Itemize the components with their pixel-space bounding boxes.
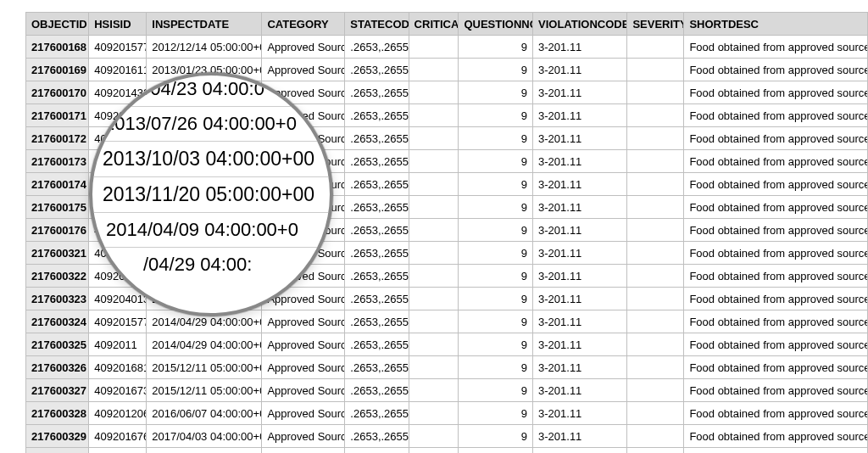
table-row[interactable]: 21760032440920157762014/04/29 04:00:00+0… bbox=[26, 310, 868, 333]
cell-critical[interactable] bbox=[409, 219, 459, 242]
cell-critical[interactable] bbox=[409, 402, 459, 425]
cell-statecode[interactable]: .2653,.2655 bbox=[345, 265, 409, 288]
cell-questionno[interactable]: 9 bbox=[459, 173, 533, 196]
cell-inspectdate[interactable]: 2014/04/29 04:00:00+00 bbox=[147, 288, 262, 310]
cell-questionno[interactable]: 9 bbox=[459, 425, 533, 448]
cell-violationcode[interactable]: 3-201.11 bbox=[533, 36, 627, 59]
cell-questionno[interactable]: 9 bbox=[459, 310, 533, 333]
cell-questionno[interactable]: 9 bbox=[459, 265, 533, 288]
cell-objectid[interactable]: 217600173 bbox=[26, 150, 89, 173]
cell-objectid[interactable]: 217600170 bbox=[26, 81, 89, 104]
cell-objectid[interactable]: 217600327 bbox=[26, 379, 89, 402]
cell-severity[interactable] bbox=[627, 81, 684, 104]
cell-hsisid[interactable]: 4092015776 bbox=[89, 310, 147, 333]
cell-category[interactable]: Approved Source bbox=[262, 81, 345, 104]
cell-questionno[interactable]: 9 bbox=[459, 81, 533, 104]
cell-shortdesc[interactable]: Food obtained from approved source bbox=[684, 36, 868, 59]
cell-questionno[interactable]: 9 bbox=[459, 150, 533, 173]
cell-objectid[interactable]: 217600168 bbox=[26, 36, 89, 59]
cell-inspectdate[interactable]: 2015/12/11 05:00:00+00 bbox=[147, 379, 262, 402]
cell-statecode[interactable]: .2653,.2655 bbox=[345, 402, 409, 425]
cell-severity[interactable] bbox=[627, 402, 684, 425]
cell-shortdesc[interactable]: Food obtained from approved source bbox=[684, 150, 868, 173]
cell-violationcode[interactable]: 3-201.11 bbox=[533, 448, 627, 454]
cell-statecode[interactable]: .2653,.2655 bbox=[345, 36, 409, 59]
cell-violationcode[interactable]: 3-201.11 bbox=[533, 333, 627, 356]
cell-inspectdate[interactable]: 2014/04/09 04:00:00+00 bbox=[147, 242, 262, 265]
cell-violationcode[interactable]: 3-201.11 bbox=[533, 196, 627, 219]
cell-shortdesc[interactable]: Food obtained from approved source bbox=[684, 333, 868, 356]
cell-inspectdate[interactable]: 2013/04/23 04:00:00+00 bbox=[147, 127, 262, 150]
cell-inspectdate[interactable]: 2013/10/03 04:00:00+00 bbox=[147, 173, 262, 196]
table-row[interactable]: 21760016840920157762012/12/14 05:00:00+0… bbox=[26, 36, 868, 59]
cell-critical[interactable] bbox=[409, 379, 459, 402]
cell-statecode[interactable]: .2653,.2655 bbox=[345, 196, 409, 219]
cell-hsisid[interactable]: 4092016813 bbox=[89, 356, 147, 379]
cell-objectid[interactable]: 217600175 bbox=[26, 196, 89, 219]
cell-hsisid[interactable]: 4092016116 bbox=[89, 150, 147, 173]
table-row[interactable]: 21760032540920112014/04/29 04:00:00+00Ap… bbox=[26, 333, 868, 356]
cell-critical[interactable] bbox=[409, 242, 459, 265]
table-row[interactable]: 21760032340920401372014/04/29 04:00:00+0… bbox=[26, 288, 868, 310]
cell-violationcode[interactable]: 3-201.11 bbox=[533, 59, 627, 81]
cell-shortdesc[interactable]: Food obtained from approved source bbox=[684, 81, 868, 104]
cell-inspectdate[interactable]: 2013/01/23 05:00:00+00 bbox=[147, 59, 262, 81]
cell-critical[interactable] bbox=[409, 448, 459, 454]
col-questionno[interactable]: QUESTIONNO bbox=[459, 13, 533, 36]
cell-violationcode[interactable]: 3-201.11 bbox=[533, 150, 627, 173]
cell-violationcode[interactable]: 3-201.11 bbox=[533, 127, 627, 150]
cell-violationcode[interactable]: 3-201.11 bbox=[533, 173, 627, 196]
cell-questionno[interactable]: 9 bbox=[459, 288, 533, 310]
cell-hsisid[interactable]: 4092015776 bbox=[89, 127, 147, 150]
col-inspectdate[interactable]: INSPECTDATE bbox=[147, 13, 262, 36]
cell-questionno[interactable]: 9 bbox=[459, 402, 533, 425]
cell-critical[interactable] bbox=[409, 104, 459, 127]
cell-inspectdate[interactable]: 2015/12/11 05:00:00+00 bbox=[147, 356, 262, 379]
cell-violationcode[interactable]: 3-201.11 bbox=[533, 402, 627, 425]
cell-severity[interactable] bbox=[627, 356, 684, 379]
cell-severity[interactable] bbox=[627, 425, 684, 448]
cell-category[interactable]: Approved Source bbox=[262, 310, 345, 333]
cell-hsisid[interactable]: 4092014324 bbox=[89, 81, 147, 104]
cell-severity[interactable] bbox=[627, 333, 684, 356]
cell-hsisid[interactable]: 4092014324 bbox=[89, 173, 147, 196]
cell-violationcode[interactable]: 3-201.11 bbox=[533, 356, 627, 379]
table-row[interactable]: 21760033040923002802017/04/20 04:00:00+0… bbox=[26, 448, 868, 454]
cell-severity[interactable] bbox=[627, 288, 684, 310]
cell-shortdesc[interactable]: Food obtained from approved source bbox=[684, 288, 868, 310]
cell-statecode[interactable]: .2653,.2655 bbox=[345, 150, 409, 173]
cell-inspectdate[interactable]: 2013/03/04 05:00:00+00 bbox=[147, 81, 262, 104]
cell-objectid[interactable]: 217600325 bbox=[26, 333, 89, 356]
cell-shortdesc[interactable]: Food obtained from approved source bbox=[684, 59, 868, 81]
cell-severity[interactable] bbox=[627, 242, 684, 265]
table-row[interactable]: 21760032740920167312015/12/11 05:00:00+0… bbox=[26, 379, 868, 402]
table-row[interactable]: 21760032640920168132015/12/11 05:00:00+0… bbox=[26, 356, 868, 379]
cell-objectid[interactable]: 217600330 bbox=[26, 448, 89, 454]
cell-hsisid[interactable]: 4092011 bbox=[89, 333, 147, 356]
cell-questionno[interactable]: 9 bbox=[459, 356, 533, 379]
cell-category[interactable]: Approved Source bbox=[262, 104, 345, 127]
cell-violationcode[interactable]: 3-201.11 bbox=[533, 379, 627, 402]
table-row[interactable]: 21760016940920161162013/01/23 05:00:00+0… bbox=[26, 59, 868, 81]
cell-inspectdate[interactable]: 2017/04/03 04:00:00+00 bbox=[147, 425, 262, 448]
cell-objectid[interactable]: 217600324 bbox=[26, 310, 89, 333]
cell-questionno[interactable]: 9 bbox=[459, 219, 533, 242]
cell-objectid[interactable]: 217600169 bbox=[26, 59, 89, 81]
cell-hsisid[interactable]: 4092040137 bbox=[89, 104, 147, 127]
cell-inspectdate[interactable]: 2014/04/29 04:00:00+00 bbox=[147, 310, 262, 333]
cell-critical[interactable] bbox=[409, 81, 459, 104]
table-row[interactable]: 21760032840920120652016/06/07 04:00:00+0… bbox=[26, 402, 868, 425]
cell-hsisid[interactable]: 4092015776 bbox=[89, 36, 147, 59]
cell-shortdesc[interactable]: Food obtained from approved source bbox=[684, 127, 868, 150]
cell-severity[interactable] bbox=[627, 36, 684, 59]
cell-severity[interactable] bbox=[627, 379, 684, 402]
col-shortdesc[interactable]: SHORTDESC bbox=[684, 13, 868, 36]
table-row[interactable]: 21760017140920401372013/04/23 04:00:00+0… bbox=[26, 104, 868, 127]
col-statecode[interactable]: STATECODE bbox=[345, 13, 409, 36]
cell-severity[interactable] bbox=[627, 150, 684, 173]
cell-objectid[interactable]: 217600328 bbox=[26, 402, 89, 425]
cell-violationcode[interactable]: 3-201.11 bbox=[533, 288, 627, 310]
cell-statecode[interactable]: .2653,.2655 bbox=[345, 104, 409, 127]
cell-questionno[interactable]: 9 bbox=[459, 36, 533, 59]
table-row[interactable]: 21760017640920157762013/11/20 05:00:00+0… bbox=[26, 219, 868, 242]
